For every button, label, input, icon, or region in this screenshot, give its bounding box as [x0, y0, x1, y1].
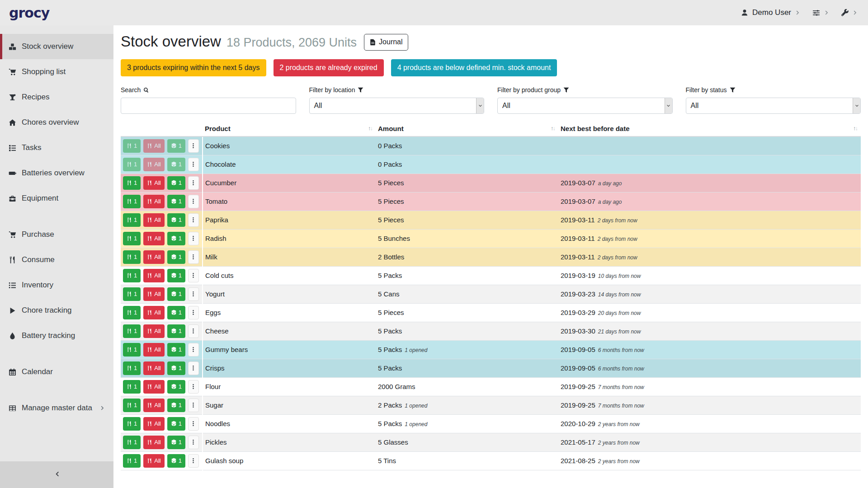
row-menu-button[interactable]	[188, 195, 199, 208]
status-badge-danger[interactable]: 2 products are already expired	[274, 59, 384, 76]
sidebar-item-equipment[interactable]: Equipment	[0, 186, 113, 211]
row-menu-button[interactable]	[188, 287, 199, 301]
row-menu-button[interactable]	[188, 176, 199, 190]
sidebar-item-manage-master-data[interactable]: Manage master data	[0, 395, 113, 421]
consume-all-button[interactable]: All	[143, 361, 164, 375]
open-one-button[interactable]: 1	[167, 343, 185, 357]
consume-all-button[interactable]: All	[143, 213, 164, 227]
row-menu-button[interactable]	[188, 417, 199, 431]
consume-one-button[interactable]: 1	[123, 213, 141, 227]
consume-all-button[interactable]: All	[143, 139, 164, 153]
consume-one-button[interactable]: 1	[123, 436, 141, 449]
sidebar-item-purchase[interactable]: Purchase	[0, 222, 113, 247]
status-filter-select[interactable]: All	[686, 98, 861, 114]
app-logo[interactable]: grocy	[9, 5, 49, 21]
consume-one-button[interactable]: 1	[123, 250, 141, 264]
status-badge-info[interactable]: 4 products are below defined min. stock …	[391, 59, 557, 76]
sidebar-item-calendar[interactable]: Calendar	[0, 359, 113, 385]
open-one-button[interactable]: 1	[167, 399, 185, 412]
open-one-button[interactable]: 1	[167, 380, 185, 394]
search-input[interactable]	[121, 98, 296, 114]
open-one-button[interactable]: 1	[167, 454, 185, 468]
open-one-button[interactable]: 1	[167, 195, 185, 208]
open-one-button[interactable]: 1	[167, 324, 185, 338]
row-menu-button[interactable]	[188, 324, 199, 338]
open-one-button[interactable]: 1	[167, 213, 185, 227]
consume-one-button[interactable]: 1	[123, 343, 141, 357]
product-column-header[interactable]: Product ↑↓	[203, 123, 376, 136]
consume-one-button[interactable]: 1	[123, 361, 141, 375]
amount-column-header[interactable]: Amount ↑↓	[376, 123, 558, 136]
row-menu-button[interactable]	[188, 232, 199, 245]
open-one-button[interactable]: 1	[167, 269, 185, 282]
open-one-button[interactable]: 1	[167, 287, 185, 301]
status-badge-warning[interactable]: 3 products expiring within the next 5 da…	[121, 59, 266, 76]
open-one-button[interactable]: 1	[167, 158, 185, 171]
row-menu-button[interactable]	[188, 380, 199, 394]
row-menu-button[interactable]	[188, 436, 199, 449]
consume-all-button[interactable]: All	[143, 436, 164, 449]
best-before-column-header[interactable]: Next best before date ↑↓	[558, 123, 861, 136]
sidebar-item-tasks[interactable]: Tasks	[0, 135, 113, 160]
open-one-button[interactable]: 1	[167, 361, 185, 375]
consume-all-button[interactable]: All	[143, 250, 164, 264]
journal-button[interactable]: Journal	[364, 34, 408, 51]
sidebar-item-chore-tracking[interactable]: Chore tracking	[0, 298, 113, 323]
consume-one-button[interactable]: 1	[123, 380, 141, 394]
consume-all-button[interactable]: All	[143, 343, 164, 357]
open-one-button[interactable]: 1	[167, 417, 185, 431]
open-one-button[interactable]: 1	[167, 176, 185, 190]
consume-all-button[interactable]: All	[143, 287, 164, 301]
open-one-button[interactable]: 1	[167, 306, 185, 319]
consume-all-button[interactable]: All	[143, 195, 164, 208]
consume-all-button[interactable]: All	[143, 417, 164, 431]
row-menu-button[interactable]	[188, 361, 199, 375]
sidebar-item-recipes[interactable]: Recipes	[0, 84, 113, 110]
sidebar-item-inventory[interactable]: Inventory	[0, 272, 113, 298]
row-menu-button[interactable]	[188, 269, 199, 282]
consume-one-button[interactable]: 1	[123, 306, 141, 319]
row-menu-button[interactable]	[188, 213, 199, 227]
consume-all-button[interactable]: All	[143, 176, 164, 190]
consume-all-button[interactable]: All	[143, 454, 164, 468]
row-menu-button[interactable]	[188, 454, 199, 468]
consume-one-button[interactable]: 1	[123, 176, 141, 190]
row-menu-button[interactable]	[188, 158, 199, 171]
row-menu-button[interactable]	[188, 399, 199, 412]
consume-all-button[interactable]: All	[143, 380, 164, 394]
open-one-button[interactable]: 1	[167, 232, 185, 245]
location-filter-select[interactable]: All	[309, 98, 485, 114]
row-menu-button[interactable]	[188, 343, 199, 357]
row-menu-button[interactable]	[188, 306, 199, 319]
consume-one-button[interactable]: 1	[123, 399, 141, 412]
row-menu-button[interactable]	[188, 139, 199, 153]
consume-all-button[interactable]: All	[143, 306, 164, 319]
open-one-button[interactable]: 1	[167, 250, 185, 264]
row-menu-button[interactable]	[188, 250, 199, 264]
consume-all-button[interactable]: All	[143, 269, 164, 282]
consume-one-button[interactable]: 1	[123, 269, 141, 282]
sidebar-item-consume[interactable]: Consume	[0, 247, 113, 272]
consume-one-button[interactable]: 1	[123, 287, 141, 301]
sidebar-item-batteries-overview[interactable]: Batteries overview	[0, 160, 113, 186]
consume-one-button[interactable]: 1	[123, 324, 141, 338]
consume-one-button[interactable]: 1	[123, 139, 141, 153]
sidebar-item-stock-overview[interactable]: Stock overview	[0, 34, 113, 59]
sidebar-item-battery-tracking[interactable]: Battery tracking	[0, 323, 113, 348]
sidebar-item-shopping-list[interactable]: Shopping list	[0, 59, 113, 84]
open-one-button[interactable]: 1	[167, 139, 185, 153]
consume-all-button[interactable]: All	[143, 399, 164, 412]
consume-all-button[interactable]: All	[143, 324, 164, 338]
consume-one-button[interactable]: 1	[123, 232, 141, 245]
consume-all-button[interactable]: All	[143, 158, 164, 171]
admin-menu[interactable]	[841, 9, 858, 16]
consume-one-button[interactable]: 1	[123, 454, 141, 468]
user-menu[interactable]: Demo User	[741, 8, 801, 17]
sidebar-item-chores-overview[interactable]: Chores overview	[0, 110, 113, 135]
consume-one-button[interactable]: 1	[123, 195, 141, 208]
consume-one-button[interactable]: 1	[123, 158, 141, 171]
product-group-filter-select[interactable]: All	[497, 98, 673, 114]
open-one-button[interactable]: 1	[167, 436, 185, 449]
consume-one-button[interactable]: 1	[123, 417, 141, 431]
settings-menu[interactable]	[812, 9, 830, 17]
